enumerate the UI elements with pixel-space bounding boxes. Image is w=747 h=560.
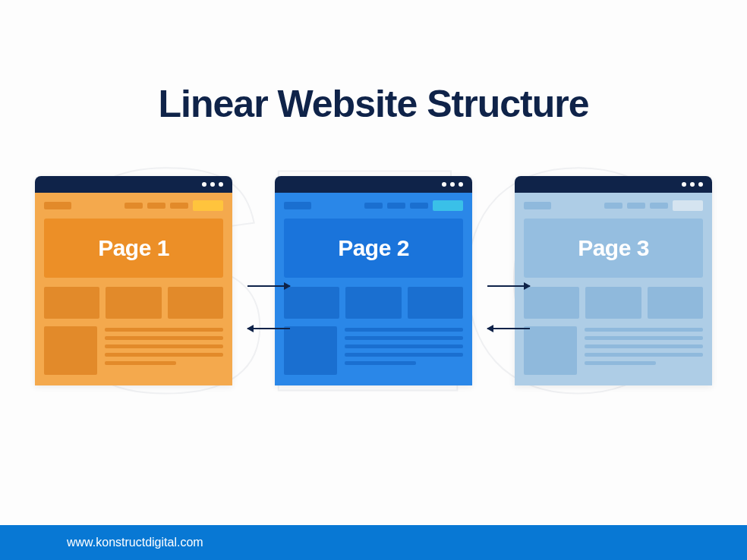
mock-text-line [345,353,463,357]
mock-card [585,287,641,319]
arrow-forward-icon [487,285,530,287]
page-body: Page 2 [275,193,472,385]
window-dot-icon [210,182,215,187]
page-label: Page 3 [578,235,649,261]
window-dot-icon [698,182,703,187]
page-body: Page 3 [515,193,712,385]
mock-text-line [345,336,463,340]
mock-card [408,287,463,319]
mock-detail-text [585,326,703,375]
mock-card [345,287,401,319]
mock-logo [524,202,551,209]
page-label: Page 2 [338,235,409,261]
mock-nav [524,200,703,211]
mock-nav-links [604,203,668,209]
mock-card [284,287,339,319]
pages-row: Page 1 [35,176,712,385]
mock-nav-links [124,203,188,209]
page-hero: Page 1 [44,219,223,278]
mock-text-line [345,344,463,348]
mock-text-line [585,353,703,357]
mock-logo [284,202,311,209]
mock-text-line [105,336,223,340]
arrow-back-icon [487,328,530,329]
page-body: Page 1 [35,193,232,385]
page-card-1: Page 1 [35,176,232,385]
window-dot-icon [450,182,455,187]
mock-logo [44,202,71,209]
diagram-title: Linear Website Structure [159,82,589,126]
arrow-forward-icon [247,285,290,287]
mock-nav-link [387,203,405,209]
mock-detail-image [284,326,337,375]
mock-nav-link [364,203,383,209]
page-hero: Page 2 [284,219,463,278]
mock-nav [284,200,463,211]
mock-nav-link [124,203,143,209]
mock-nav-link [147,203,165,209]
window-dot-icon [202,182,206,187]
browser-titlebar [35,176,232,193]
mock-text-line [585,344,703,348]
mock-nav-link [627,203,645,209]
mock-detail-text [345,326,463,375]
mock-detail-row [44,326,223,375]
mock-card [44,287,99,319]
page-hero: Page 3 [524,219,703,278]
window-dot-icon [682,182,686,187]
mock-text-line [345,361,416,365]
mock-text-line [105,353,223,357]
mock-text-line [585,361,656,365]
browser-titlebar [275,176,472,193]
page-label: Page 1 [98,235,169,261]
mock-detail-row [524,326,703,375]
footer-bar: www.konstructdigital.com [0,525,747,560]
mock-text-line [585,336,703,340]
window-dot-icon [690,182,695,187]
mock-nav-links [364,203,428,209]
window-dot-icon [459,182,463,187]
mock-cards-row [44,287,223,319]
mock-text-line [105,361,176,365]
mock-detail-text [105,326,223,375]
mock-cta [193,200,223,211]
mock-detail-row [284,326,463,375]
page-card-3: Page 3 [515,176,712,385]
mock-card [524,287,579,319]
page-card-2: Page 2 [275,176,472,385]
mock-text-line [585,328,703,332]
window-dot-icon [442,182,446,187]
mock-text-line [345,328,463,332]
mock-detail-image [524,326,577,375]
mock-detail-image [44,326,97,375]
arrow-back-icon [247,328,290,329]
mock-card [648,287,703,319]
mock-cta [433,200,463,211]
mock-nav-link [650,203,668,209]
mock-text-line [105,328,223,332]
window-dot-icon [219,182,223,187]
browser-titlebar [515,176,712,193]
mock-nav-link [410,203,428,209]
mock-card [106,287,161,319]
mock-nav-link [604,203,622,209]
mock-cards-row [284,287,463,319]
footer-url: www.konstructdigital.com [67,536,203,549]
mock-card [168,287,223,319]
mock-cta [673,200,703,211]
mock-nav-link [170,203,188,209]
mock-text-line [105,344,223,348]
mock-nav [44,200,223,211]
mock-cards-row [524,287,703,319]
